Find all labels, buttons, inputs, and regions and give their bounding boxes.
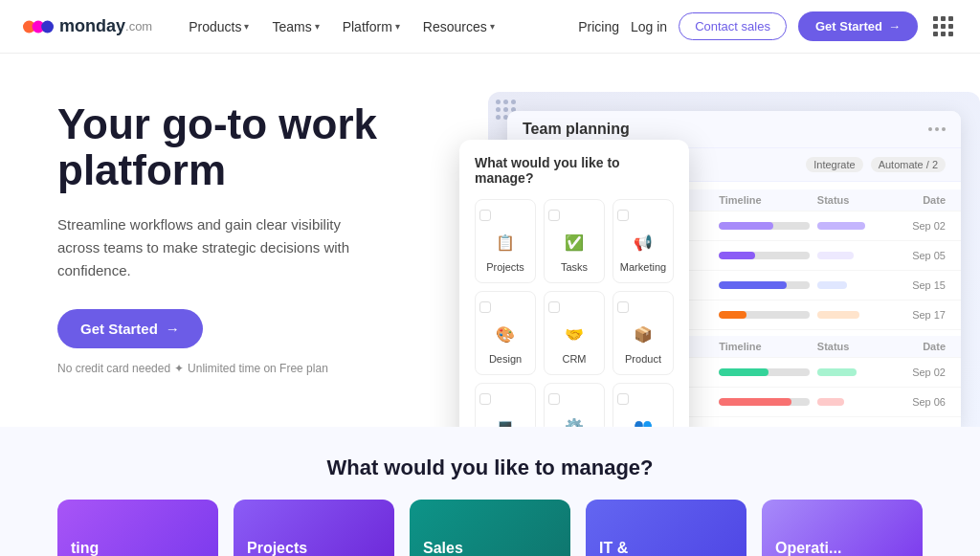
date-cell: Sep 02 — [885, 367, 946, 378]
card-sales-label: Sales — [423, 540, 463, 556]
hero-right: Team planning Gantt Kanban + Integrate A… — [488, 92, 923, 427]
design-label: Design — [489, 353, 522, 365]
hero-section: Your go-to work platform Streamline work… — [0, 54, 980, 427]
manage-modal: What would you like to manage? 📋 Project… — [459, 140, 689, 427]
svg-point-2 — [41, 20, 54, 33]
nav-links: Products ▾ Teams ▾ Platform ▾ Resources … — [179, 13, 578, 40]
tasks-icon: ✅ — [561, 229, 588, 256]
chevron-down-icon: ▾ — [315, 21, 320, 32]
modal-item-marketing[interactable]: 📢 Marketing — [612, 199, 674, 283]
date-cell: Sep 02 — [885, 220, 946, 232]
operations-icon: ⚙️ — [561, 412, 588, 427]
modal-title: What would you like to manage? — [475, 155, 674, 186]
hero-left: Your go-to work platform Streamline work… — [57, 92, 459, 375]
product-label: Product — [625, 353, 661, 365]
modal-item-design[interactable]: 🎨 Design — [475, 291, 536, 375]
product-icon: 📦 — [630, 321, 657, 347]
design-icon: 🎨 — [492, 321, 519, 347]
integrate-button[interactable]: Integrate — [806, 157, 862, 172]
more-options-icon[interactable] — [928, 127, 946, 131]
checkbox-icon[interactable] — [548, 301, 560, 313]
bottom-cards: ting Projects Sales IT & Operati... — [57, 500, 923, 556]
card-it-label: IT & — [599, 540, 628, 556]
navbar: monday.com Products ▾ Teams ▾ Platform ▾… — [0, 0, 980, 54]
card-operations[interactable]: Operati... — [762, 500, 923, 556]
card-operations-label: Operati... — [775, 540, 841, 556]
modal-item-hr[interactable]: 👥 HR — [612, 383, 674, 427]
modal-item-operations[interactable]: ⚙️ Operations — [544, 383, 605, 427]
nav-teams[interactable]: Teams ▾ — [262, 13, 328, 40]
date-cell: Sep 15 — [885, 279, 946, 291]
bottom-title: What would you like to manage? — [57, 456, 923, 480]
crm-label: CRM — [562, 353, 586, 365]
apps-grid-icon[interactable] — [929, 12, 957, 40]
nav-right: Pricing Log in Contact sales Get Started… — [578, 11, 957, 41]
projects-label: Projects — [486, 261, 524, 273]
date-cell: Sep 17 — [885, 309, 946, 321]
card-projects-label: Projects — [247, 540, 307, 556]
checkbox-icon[interactable] — [617, 301, 629, 313]
hr-icon: 👥 — [630, 412, 657, 427]
hero-note: No credit card needed ✦ Unlimited time o… — [57, 362, 459, 375]
checkbox-icon[interactable] — [617, 210, 629, 221]
marketing-icon: 📢 — [630, 229, 657, 256]
modal-items-grid: 📋 Projects ✅ Tasks 📢 Marketing 🎨 — [475, 199, 674, 427]
checkbox-icon[interactable] — [479, 301, 491, 313]
nav-platform[interactable]: Platform ▾ — [333, 13, 410, 40]
date-cell: Sep 05 — [885, 250, 946, 261]
chevron-down-icon: ▾ — [395, 21, 400, 32]
get-started-nav-button[interactable]: Get Started → — [798, 11, 918, 41]
pricing-link[interactable]: Pricing — [578, 19, 619, 34]
nav-products[interactable]: Products ▾ — [179, 13, 258, 40]
logo[interactable]: monday.com — [23, 16, 152, 36]
checkbox-icon[interactable] — [479, 210, 491, 221]
marketing-label: Marketing — [620, 261, 666, 273]
brand-suffix: .com — [125, 19, 152, 33]
contact-sales-button[interactable]: Contact sales — [679, 12, 787, 40]
login-link[interactable]: Log in — [631, 19, 667, 34]
hero-subtitle: Streamline workflows and gain clear visi… — [57, 213, 383, 282]
card-marketing-label: ting — [71, 540, 99, 556]
tasks-label: Tasks — [561, 261, 588, 273]
bottom-section: What would you like to manage? ting Proj… — [0, 427, 980, 556]
chevron-down-icon: ▾ — [244, 21, 249, 32]
modal-item-it[interactable]: 💻 IT — [475, 383, 536, 427]
checkbox-icon[interactable] — [548, 210, 560, 221]
nav-resources[interactable]: Resources ▾ — [413, 13, 504, 40]
crm-icon: 🤝 — [561, 321, 588, 347]
modal-item-crm[interactable]: 🤝 CRM — [544, 291, 605, 375]
it-icon: 💻 — [492, 412, 519, 427]
card-it[interactable]: IT & — [586, 500, 746, 556]
chevron-down-icon: ▾ — [490, 21, 495, 32]
dashboard-actions: Integrate Automate / 2 — [806, 154, 946, 175]
dashboard-title: Team planning — [523, 121, 630, 138]
projects-icon: 📋 — [492, 229, 519, 256]
checkbox-icon[interactable] — [617, 393, 629, 405]
modal-item-product[interactable]: 📦 Product — [612, 291, 674, 375]
card-projects[interactable]: Projects — [234, 500, 394, 556]
col-timeline: Timeline — [719, 194, 810, 206]
col-status: Status — [817, 194, 878, 206]
hero-title: Your go-to work platform — [57, 101, 459, 194]
card-marketing[interactable]: ting — [57, 500, 218, 556]
date-cell: Sep 06 — [885, 396, 946, 408]
automate-button[interactable]: Automate / 2 — [871, 157, 946, 172]
separator-icon: ✦ — [174, 362, 184, 375]
modal-item-tasks[interactable]: ✅ Tasks — [544, 199, 605, 283]
brand-name: monday — [59, 16, 125, 36]
arrow-icon: → — [166, 321, 180, 337]
card-sales[interactable]: Sales — [410, 500, 570, 556]
modal-item-projects[interactable]: 📋 Projects — [475, 199, 536, 283]
col-date: Date — [885, 194, 946, 206]
checkbox-icon[interactable] — [548, 393, 560, 405]
checkbox-icon[interactable] — [479, 393, 491, 405]
arrow-icon: → — [888, 19, 901, 33]
get-started-hero-button[interactable]: Get Started → — [57, 309, 203, 348]
